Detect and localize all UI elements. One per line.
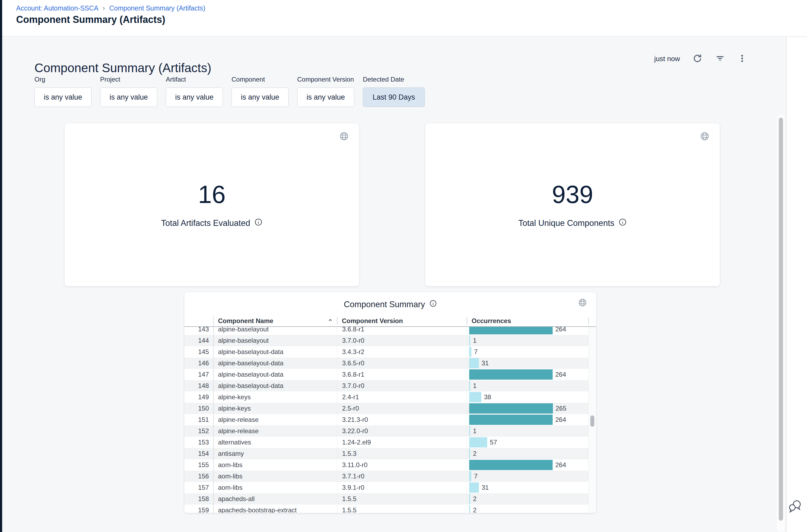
table-row[interactable]: 143alpine-baselayout3.6.8-r1264 xyxy=(185,327,589,335)
occurrences-cell: 264 xyxy=(467,327,589,335)
occurrence-value: 264 xyxy=(555,416,566,423)
breadcrumb-account-link[interactable]: Account: Automation-SSCA xyxy=(16,4,98,12)
occurrence-bar xyxy=(469,437,487,448)
occurrences-cell: 265 xyxy=(467,403,589,414)
table-row[interactable]: 159apacheds-bootstrap-extract1.5.52 xyxy=(185,505,589,513)
row-number-cell: 144 xyxy=(185,337,213,344)
globe-icon[interactable] xyxy=(700,131,710,142)
component-name-cell: alpine-release xyxy=(213,427,337,435)
sort-asc-icon xyxy=(327,317,333,325)
occurrences-cell: 7 xyxy=(467,346,589,358)
column-divider xyxy=(467,317,467,325)
row-number-cell: 155 xyxy=(185,461,213,469)
occurrences-cell: 2 xyxy=(467,505,589,513)
occurrences-cell: 1 xyxy=(467,335,589,346)
filter-project-button[interactable]: is any value xyxy=(100,88,157,107)
occurrence-value: 2 xyxy=(473,507,477,513)
kebab-menu-icon xyxy=(737,54,747,64)
filter-group-detected-date: Detected Date Last 90 Days xyxy=(363,76,425,107)
table-row[interactable]: 148alpine-baselayout-data3.7.0-r01 xyxy=(185,380,589,392)
table-row[interactable]: 156aom-libs3.7.1-r07 xyxy=(185,471,589,482)
info-icon[interactable] xyxy=(619,218,627,228)
component-summary-table-card: Component Summary Component Name xyxy=(185,292,596,513)
component-name-cell: alpine-baselayout-data xyxy=(213,382,337,390)
component-version-cell: 3.6.8-r1 xyxy=(337,327,467,335)
occurrence-value: 2 xyxy=(473,495,477,503)
chat-support-icon[interactable] xyxy=(788,500,803,514)
table-row[interactable]: 152alpine-release3.22.0-r01 xyxy=(185,425,589,437)
left-nav-strip xyxy=(0,0,2,532)
table-row[interactable]: 147alpine-baselayout-data3.6.8-r1264 xyxy=(185,369,589,380)
occurrence-value: 7 xyxy=(474,473,478,480)
occurrence-value: 31 xyxy=(482,484,489,491)
occurrence-value: 264 xyxy=(555,461,566,469)
occurrence-bar xyxy=(469,336,470,346)
table-row[interactable]: 146alpine-baselayout-data3.6.5-r031 xyxy=(185,358,589,369)
info-icon[interactable] xyxy=(429,300,437,309)
component-name-cell: alpine-keys xyxy=(213,393,337,401)
table-row[interactable]: 153alternatives1.24-2.el957 xyxy=(185,437,589,448)
occurrences-cell: 264 xyxy=(467,369,589,380)
component-name-cell: apacheds-all xyxy=(213,495,337,503)
filter-org-button[interactable]: is any value xyxy=(35,88,92,107)
component-version-cell: 1.24-2.el9 xyxy=(337,437,467,448)
refresh-icon xyxy=(692,53,703,64)
top-header: Account: Automation-SSCA › Component Sum… xyxy=(2,0,807,37)
table-header-row: Component Name Component Version Occurre… xyxy=(185,316,596,326)
occurrence-bar xyxy=(469,471,471,481)
occurrence-bar xyxy=(469,327,553,335)
component-name-cell: aom-libs xyxy=(213,461,337,469)
column-header-occurrences[interactable]: Occurrences xyxy=(467,316,589,326)
globe-icon[interactable] xyxy=(578,298,587,308)
table-row[interactable]: 145alpine-baselayout-data3.4.3-r27 xyxy=(185,346,589,358)
right-gutter xyxy=(786,37,807,532)
column-header-component-version[interactable]: Component Version xyxy=(337,316,467,326)
table-row[interactable]: 154antisamy1.5.32 xyxy=(185,448,589,459)
table-row[interactable]: 150alpine-keys2.5-r0265 xyxy=(185,403,589,414)
scroll-gutter-header xyxy=(589,316,596,326)
occurrence-bar xyxy=(469,505,470,513)
component-name-cell: apacheds-bootstrap-extract xyxy=(213,507,337,513)
component-version-cell: 3.11.0-r0 xyxy=(337,459,467,471)
table-row[interactable]: 155aom-libs3.11.0-r0264 xyxy=(185,459,589,471)
table-row[interactable]: 149alpine-keys2.4-r138 xyxy=(185,392,589,403)
metric-label: Total Artifacts Evaluated xyxy=(161,218,250,228)
column-divider xyxy=(589,318,589,324)
occurrence-value: 1 xyxy=(473,337,477,344)
breadcrumb-separator-icon: › xyxy=(103,4,105,12)
page-title: Component Summary (Artifacts) xyxy=(16,14,165,25)
globe-icon[interactable] xyxy=(339,131,349,142)
component-name-cell: aom-libs xyxy=(213,473,337,480)
filter-artifact-button[interactable]: is any value xyxy=(166,88,223,107)
breadcrumb-current-link[interactable]: Component Summary (Artifacts) xyxy=(109,4,205,12)
dashboard-menu-button[interactable] xyxy=(737,54,747,64)
filter-component-button[interactable]: is any value xyxy=(231,88,289,107)
info-icon[interactable] xyxy=(254,218,263,228)
table-row[interactable]: 158apacheds-all1.5.52 xyxy=(185,493,589,505)
filter-label: Project xyxy=(100,76,157,83)
table-row[interactable]: 144alpine-baselayout3.7.0-r01 xyxy=(185,335,589,346)
component-name-cell: alpine-baselayout xyxy=(213,327,337,333)
table-scrollbar-thumb[interactable] xyxy=(590,415,594,427)
filter-button[interactable] xyxy=(715,53,725,64)
table-row[interactable]: 151alpine-release3.21.3-r0264 xyxy=(185,414,589,425)
dashboard-screen: Account: Automation-SSCA › Component Sum… xyxy=(0,0,807,532)
occurrence-bar xyxy=(469,460,553,470)
row-number-cell: 153 xyxy=(185,439,213,446)
occurrence-value: 38 xyxy=(484,393,491,401)
row-number-cell: 147 xyxy=(185,371,213,378)
page-scrollbar-thumb[interactable] xyxy=(779,118,783,521)
table-row[interactable]: 157aom-libs3.9.1-r031 xyxy=(185,482,589,493)
row-number-cell: 157 xyxy=(185,484,213,491)
row-number-cell: 149 xyxy=(185,393,213,401)
refresh-button[interactable] xyxy=(692,53,703,64)
component-version-cell: 2.5-r0 xyxy=(337,403,467,414)
filter-component-version-button[interactable]: is any value xyxy=(297,88,354,107)
column-header-component-name[interactable]: Component Name xyxy=(213,316,337,326)
component-version-cell: 3.7.1-r0 xyxy=(337,471,467,482)
filter-detected-date-button[interactable]: Last 90 Days xyxy=(363,88,425,107)
occurrence-bar xyxy=(469,426,470,436)
occurrences-cell: 264 xyxy=(467,414,589,425)
occurrences-cell: 2 xyxy=(467,493,589,505)
table-title: Component Summary xyxy=(344,300,425,309)
